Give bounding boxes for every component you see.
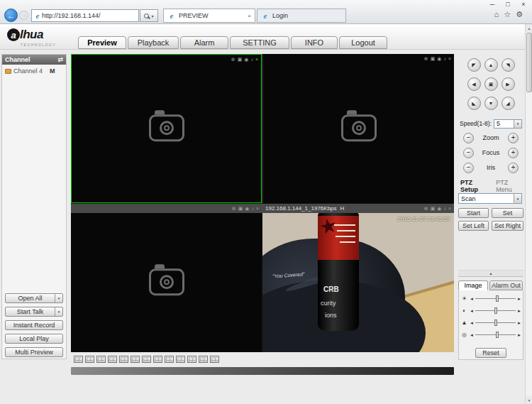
start-talk-caret-icon[interactable]: ▾ [55, 307, 62, 316]
close-icon[interactable]: × [255, 55, 258, 63]
ptz-menu-tab[interactable]: PTZ Menu [496, 179, 523, 193]
slider-decrease-icon[interactable]: ◄ [470, 309, 474, 313]
slider-handle[interactable] [494, 307, 497, 314]
digital-zoom-icon[interactable]: ⊕ [424, 55, 428, 62]
collapse-panel-button[interactable]: ▲ [458, 270, 523, 277]
minimize-button[interactable]: ─ [487, 1, 497, 8]
split-16-icon[interactable] [176, 356, 185, 363]
slider-decrease-icon[interactable]: ◄ [470, 321, 474, 325]
hue-slider[interactable] [475, 319, 516, 327]
ptz-position-icon[interactable]: ▣ [484, 77, 498, 91]
split-20-icon[interactable] [187, 356, 196, 363]
back-button[interactable]: ← [4, 9, 18, 22]
slider-decrease-icon[interactable]: ◄ [470, 297, 474, 301]
slider-handle[interactable] [496, 332, 499, 338]
tab-close-icon[interactable]: × [248, 13, 251, 19]
favorites-icon[interactable]: ☆ [504, 10, 511, 19]
tab-alarm-out[interactable]: Alarm Out [489, 280, 523, 290]
contrast-slider[interactable] [475, 307, 516, 315]
video-pane-1-selected[interactable]: ⊕▣◉♪× [71, 54, 262, 203]
audio-icon[interactable]: ♪ [250, 55, 253, 63]
set-button[interactable]: Set [492, 208, 523, 218]
select-caret-icon[interactable]: ▾ [514, 194, 521, 203]
tab-image[interactable]: Image [458, 280, 488, 290]
slider-increase-icon[interactable]: ► [517, 321, 521, 325]
split-6-icon[interactable] [131, 356, 140, 363]
brightness-slider[interactable] [475, 295, 516, 302]
select-caret-icon[interactable]: ▾ [514, 120, 521, 128]
split-8-icon[interactable] [142, 356, 151, 363]
slider-increase-icon[interactable]: ► [517, 333, 521, 337]
focus-minus-button[interactable]: − [463, 148, 474, 158]
scrollbar-thumb[interactable] [526, 33, 532, 92]
digital-zoom-icon[interactable]: ⊕ [232, 204, 236, 212]
tools-gear-icon[interactable]: ⚙ [516, 10, 523, 19]
video-pane-4-live[interactable]: ★ CRB curity ions "You Covered" 2016-11-… [262, 213, 454, 352]
local-record-icon[interactable]: ▣ [238, 55, 243, 63]
pan-up-right-icon[interactable]: ◥ [501, 58, 515, 72]
forward-button[interactable]: → [19, 11, 28, 20]
slider-increase-icon[interactable]: ► [517, 309, 521, 313]
audio-icon[interactable]: ♪ [443, 204, 446, 212]
digital-zoom-icon[interactable]: ⊕ [231, 55, 235, 63]
slider-increase-icon[interactable]: ► [517, 297, 521, 301]
search-button[interactable]: ▾ [140, 9, 158, 22]
browser-tab-preview[interactable]: e PREVIEW × [163, 9, 255, 23]
digital-zoom-icon[interactable]: ⊕ [424, 204, 428, 212]
local-record-icon[interactable]: ▣ [238, 204, 243, 212]
tab-preview[interactable]: Preview [78, 36, 126, 49]
pan-left-icon[interactable]: ◀ [467, 77, 481, 91]
tab-alarm[interactable]: Alarm [180, 36, 228, 49]
set-left-button[interactable]: Set Left [458, 221, 489, 231]
search-caret-icon[interactable]: ▾ [151, 13, 153, 18]
channel-list-item[interactable]: Channel 4 M [2, 65, 66, 77]
ptz-setup-tab[interactable]: PTZ Setup [460, 179, 489, 193]
pan-right-icon[interactable]: ▶ [501, 77, 515, 91]
split-25-icon[interactable] [199, 356, 208, 363]
home-icon[interactable]: ⌂ [494, 10, 499, 19]
video-pane-2[interactable]: ⊕▣◉♪× [262, 54, 454, 203]
tab-setting[interactable]: SETTING [230, 36, 289, 49]
focus-plus-button[interactable]: + [508, 148, 519, 158]
split-4-icon[interactable] [119, 356, 128, 363]
close-icon[interactable]: × [256, 204, 259, 212]
scroll-up-icon[interactable]: ▲ [526, 24, 532, 32]
split-9-icon[interactable] [153, 356, 162, 363]
browser-tab-login[interactable]: e Login [257, 9, 346, 23]
close-icon[interactable]: × [448, 55, 451, 62]
split-13-icon[interactable] [165, 356, 174, 363]
pan-down-right-icon[interactable]: ◢ [501, 97, 515, 110]
snapshot-icon[interactable]: ◉ [437, 55, 441, 62]
multi-preview-button[interactable]: Multi Preview [5, 347, 63, 357]
refresh-channels-icon[interactable]: ⇄ [57, 56, 63, 63]
snapshot-icon[interactable]: ◉ [437, 204, 441, 212]
speed-select[interactable]: 5 ▾ [494, 119, 522, 129]
scroll-down-icon[interactable]: ▼ [526, 396, 532, 404]
open-all-button[interactable]: Open All ▾ [5, 293, 63, 303]
pan-up-icon[interactable]: ▲ [484, 58, 498, 72]
start-talk-button[interactable]: Start Talk ▾ [5, 307, 63, 317]
slider-handle[interactable] [494, 320, 497, 326]
maximize-button[interactable]: □ [503, 1, 513, 8]
instant-record-button[interactable]: Instant Record [5, 320, 63, 330]
pan-down-icon[interactable]: ▼ [484, 97, 498, 110]
address-input[interactable] [42, 12, 137, 19]
saturation-slider[interactable] [475, 331, 516, 339]
start-button[interactable]: Start [458, 208, 489, 218]
set-right-button[interactable]: Set Right [492, 221, 523, 231]
tab-info[interactable]: INFO [291, 36, 338, 49]
close-button[interactable]: × [519, 1, 528, 8]
tab-logout[interactable]: Logout [339, 36, 387, 49]
ptz-function-select[interactable]: Scan ▾ [458, 193, 522, 204]
split-1-icon[interactable] [108, 356, 117, 363]
local-play-button[interactable]: Local Play [5, 334, 63, 344]
tab-playback[interactable]: Playback [128, 36, 179, 49]
audio-icon[interactable]: ♪ [443, 55, 446, 62]
image-adjust-icon[interactable] [74, 356, 83, 363]
snapshot-icon[interactable]: ◉ [244, 55, 248, 63]
local-record-icon[interactable]: ▣ [431, 204, 436, 212]
pan-down-left-icon[interactable]: ◣ [467, 97, 481, 110]
split-36-icon[interactable] [210, 356, 219, 363]
audio-icon[interactable]: ♪ [251, 204, 254, 212]
reset-button[interactable]: Reset [475, 348, 506, 358]
